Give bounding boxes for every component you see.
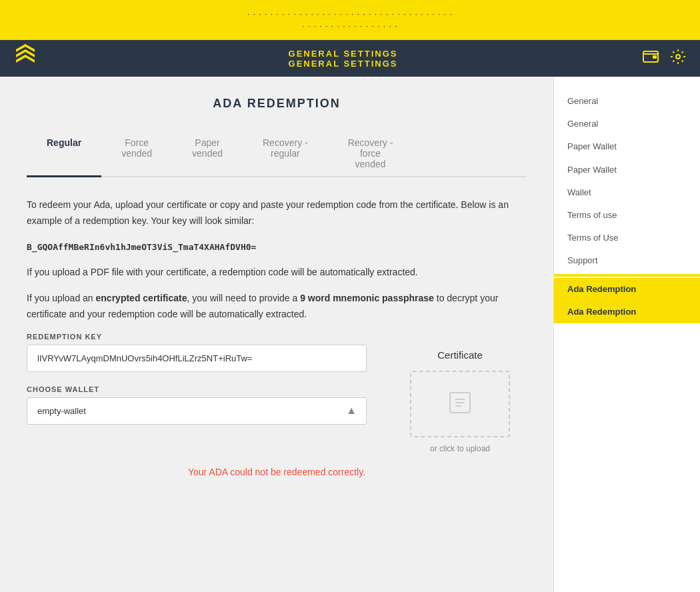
redemption-key-input[interactable] — [27, 345, 367, 372]
upload-text[interactable]: or click to upload — [430, 444, 490, 453]
tab-regular[interactable]: Regular — [27, 131, 101, 176]
choose-wallet-group: CHOOSE WALLET empty-wallet wallet-1 wall… — [27, 385, 367, 425]
logo-icon — [13, 43, 37, 74]
certificate-column: Certificate or click to upload — [393, 333, 527, 453]
svg-rect-4 — [653, 55, 657, 59]
header-title-2: GENERAL SETTINGS — [44, 59, 642, 69]
header: GENERAL SETTINGS GENERAL SETTINGS — [0, 40, 700, 77]
redemption-key-group: REDEMPTION KEY — [27, 333, 367, 372]
form-cert-row: REDEMPTION KEY CHOOSE WALLET empty-walle… — [27, 333, 527, 453]
header-center: GENERAL SETTINGS GENERAL SETTINGS — [44, 49, 642, 69]
desc-bold2: 9 word mnemonic passphrase — [300, 293, 434, 303]
choose-wallet-label: CHOOSE WALLET — [27, 385, 367, 393]
header-logo — [13, 43, 44, 74]
sidebar-item-terms-2[interactable]: Terms of Use — [554, 227, 700, 249]
header-right — [642, 48, 687, 69]
description-line1: To redeem your Ada, upload your certific… — [27, 197, 527, 229]
sidebar-item-ada-redemption-2[interactable]: Ada Redemption — [554, 301, 700, 323]
upload-icon — [447, 389, 473, 419]
form-column: REDEMPTION KEY CHOOSE WALLET empty-walle… — [27, 333, 367, 453]
sidebar-item-terms-1[interactable]: Terms of use — [554, 204, 700, 227]
tab-paper-vended[interactable]: Papervended — [172, 131, 243, 176]
certificate-label: Certificate — [437, 349, 483, 361]
sidebar-item-ada-redemption-1[interactable]: Ada Redemption — [554, 278, 700, 301]
description-line3: If you upload an encrypted certificate, … — [27, 291, 527, 323]
tab-force-vended[interactable]: Forcevended — [101, 131, 172, 176]
top-banner: · · · · · · · · · · · · · · · · · · · · … — [0, 0, 700, 40]
sidebar-item-general-1[interactable]: General — [554, 90, 700, 113]
desc-bold1: encrypted certificate — [96, 293, 187, 303]
desc-prefix: If you upload an — [27, 293, 96, 303]
key-example-container: B_GQOAffMBeRIn6vh1hJmeOT3ViS_TmaT4XAHAfD… — [27, 239, 527, 255]
sidebar-item-support[interactable]: Support — [554, 249, 700, 272]
sidebar-item-wallet[interactable]: Wallet — [554, 181, 700, 204]
sidebar-item-general-2[interactable]: General — [554, 113, 700, 135]
key-example: B_GQOAffMBeRIn6vh1hJmeOT3ViS_TmaT4XAHAfD… — [27, 242, 256, 252]
sidebar-item-paper-wallet-1[interactable]: Paper Wallet — [554, 135, 700, 158]
main-layout: ADA REDEMPTION Regular Forcevended Paper… — [0, 77, 700, 592]
wallet-select-wrapper: empty-wallet wallet-1 wallet-2 ▲ — [27, 397, 367, 425]
certificate-upload-area[interactable] — [410, 371, 510, 437]
tab-recovery-regular[interactable]: Recovery -regular — [243, 131, 328, 176]
redemption-key-label: REDEMPTION KEY — [27, 333, 367, 341]
wallet-icon[interactable] — [642, 48, 659, 69]
page-title: ADA REDEMPTION — [27, 97, 527, 111]
settings-icon[interactable] — [669, 48, 687, 69]
tab-recovery-force-vended[interactable]: Recovery -forcevended — [328, 131, 413, 176]
banner-line1: · · · · · · · · · · · · · · · · · · · · … — [247, 9, 453, 19]
banner-line2: · · · · · · · · · · · · · · · · · — [302, 21, 397, 31]
svg-point-6 — [676, 55, 680, 59]
tabs-container: Regular Forcevended Papervended Recovery… — [27, 131, 527, 177]
description-line2: If you upload a PDF file with your certi… — [27, 265, 527, 281]
error-message: Your ADA could not be redeemed correctly… — [27, 467, 527, 477]
header-title-1: GENERAL SETTINGS — [44, 49, 642, 59]
svg-marker-2 — [16, 55, 35, 63]
sidebar: General General Paper Wallet Paper Walle… — [553, 77, 700, 592]
wallet-select[interactable]: empty-wallet wallet-1 wallet-2 — [27, 397, 367, 425]
active-indicator-bar — [554, 274, 700, 277]
content-area: ADA REDEMPTION Regular Forcevended Paper… — [0, 77, 553, 592]
desc-mid: , you will need to provide a — [187, 293, 300, 303]
sidebar-item-paper-wallet-2[interactable]: Paper Wallet — [554, 159, 700, 181]
